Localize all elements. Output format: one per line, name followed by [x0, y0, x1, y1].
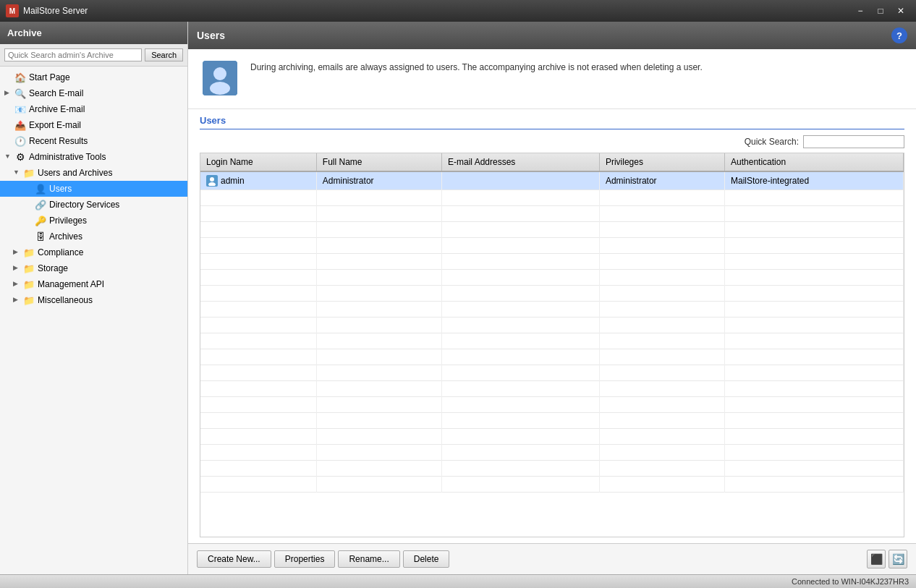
sidebar-header: Archive [0, 22, 187, 44]
svg-point-4 [208, 182, 216, 186]
expand-icon-start-page [4, 73, 13, 82]
miscellaneous-icon: 📁 [23, 294, 35, 306]
table-row[interactable] [200, 222, 904, 238]
sidebar-item-archive-email[interactable]: 📧 Archive E-mail [0, 101, 187, 117]
users-section-title: Users [200, 115, 904, 129]
table-row[interactable] [200, 286, 904, 302]
export-icon: ⬛ [870, 553, 883, 565]
svg-point-1 [213, 67, 226, 80]
table-row[interactable] [200, 333, 904, 349]
table-row[interactable] [200, 302, 904, 318]
table-row[interactable] [200, 413, 904, 429]
table-row[interactable] [200, 349, 904, 365]
app-container: Archive Search 🏠 Start Page ▶ 🔍 Search E… [0, 22, 916, 588]
sidebar-item-search-email[interactable]: ▶ 🔍 Search E-mail [0, 85, 187, 101]
sidebar-item-directory-services[interactable]: 🔗 Directory Services [0, 197, 187, 213]
svg-point-2 [210, 82, 230, 95]
minimize-button[interactable]: − [851, 4, 870, 18]
table-row[interactable] [200, 477, 904, 493]
sidebar-item-archives[interactable]: 🗄 Archives [0, 229, 187, 244]
quick-search-label: Quick Search: [745, 137, 799, 147]
sidebar-item-admin-tools[interactable]: ▼ ⚙ Administrative Tools [0, 149, 187, 165]
sidebar-label-search-email: Search E-mail [29, 88, 83, 98]
quick-search-input[interactable] [803, 135, 904, 148]
sidebar-item-recent-results[interactable]: 🕐 Recent Results [0, 133, 187, 149]
admin-tools-icon: ⚙ [14, 151, 26, 163]
sidebar-search-input[interactable] [4, 48, 142, 61]
rename-button[interactable]: Rename... [338, 550, 399, 568]
table-row[interactable]: admin Administrator Administrator MailSt… [200, 171, 904, 190]
sidebar-label-export-email: Export E-mail [29, 120, 81, 130]
sidebar-item-management-api[interactable]: ▶ 📁 Management API [0, 276, 187, 292]
cell-full-name: Administrator [316, 171, 441, 190]
sidebar-label-archives: Archives [49, 231, 82, 242]
create-new-button[interactable]: Create New... [197, 550, 271, 568]
sidebar-label-users: Users [49, 184, 72, 194]
table-row[interactable] [200, 461, 904, 477]
table-row[interactable] [200, 429, 904, 445]
col-authentication[interactable]: Authentication [725, 153, 904, 171]
archives-icon: 🗄 [35, 231, 46, 242]
svg-point-3 [210, 177, 214, 182]
expand-icon-privileges [25, 216, 33, 225]
cell-email [441, 171, 599, 190]
refresh-icon-button[interactable]: 🔄 [889, 550, 907, 568]
expand-icon-storage: ▶ [13, 264, 22, 273]
properties-button[interactable]: Properties [274, 550, 336, 568]
user-avatar-image [203, 61, 237, 95]
table-row[interactable] [200, 397, 904, 413]
refresh-icon: 🔄 [892, 553, 904, 565]
sidebar-label-compliance: Compliance [38, 247, 83, 257]
table-row[interactable] [200, 254, 904, 270]
table-row[interactable] [200, 190, 904, 206]
col-email-addresses[interactable]: E-mail Addresses [441, 153, 599, 171]
sidebar-item-storage[interactable]: ▶ 📁 Storage [0, 260, 187, 276]
window-controls: − □ ✕ [851, 4, 910, 18]
info-avatar [203, 61, 239, 97]
delete-button[interactable]: Delete [403, 550, 450, 568]
table-row[interactable] [200, 238, 904, 254]
cell-auth: MailStore-integrated [725, 171, 904, 190]
sidebar-item-miscellaneous[interactable]: ▶ 📁 Miscellaneous [0, 292, 187, 308]
directory-services-icon: 🔗 [35, 199, 46, 210]
table-row[interactable] [200, 270, 904, 286]
export-icon-button[interactable]: ⬛ [867, 550, 886, 568]
expand-icon-archive-email [4, 105, 13, 114]
maximize-button[interactable]: □ [871, 4, 890, 18]
sidebar-search-button[interactable]: Search [145, 48, 183, 61]
table-row[interactable] [200, 445, 904, 461]
privileges-icon: 🔑 [35, 215, 46, 226]
archive-email-icon: 📧 [14, 103, 26, 115]
sidebar-item-compliance[interactable]: ▶ 📁 Compliance [0, 244, 187, 260]
search-email-icon: 🔍 [14, 88, 26, 99]
storage-icon: 📁 [23, 263, 35, 274]
sidebar-label-archive-email: Archive E-mail [29, 104, 85, 114]
users-archives-icon: 📁 [23, 167, 35, 179]
table-row[interactable] [200, 381, 904, 397]
expand-icon-users [25, 184, 33, 193]
sidebar-item-export-email[interactable]: 📤 Export E-mail [0, 117, 187, 133]
sidebar-item-privileges[interactable]: 🔑 Privileges [0, 213, 187, 229]
col-full-name[interactable]: Full Name [316, 153, 441, 171]
sidebar-item-users-archives[interactable]: ▼ 📁 Users and Archives [0, 165, 187, 181]
help-button[interactable]: ? [891, 27, 907, 43]
info-section: During archiving, emails are always assi… [188, 49, 916, 109]
table-row[interactable] [200, 365, 904, 381]
users-data-table: Login Name Full Name E-mail Addresses Pr… [200, 153, 904, 493]
table-row[interactable] [200, 206, 904, 222]
sidebar-label-start-page: Start Page [29, 72, 70, 82]
sidebar-item-users[interactable]: 👤 Users [0, 181, 187, 197]
table-row[interactable] [200, 318, 904, 333]
users-icon: 👤 [35, 183, 46, 195]
titlebar: M MailStore Server − □ ✕ [0, 0, 916, 22]
col-privileges[interactable]: Privileges [599, 153, 724, 171]
sidebar-label-storage: Storage [38, 263, 68, 273]
users-section: Users Quick Search: Login Name Full Name [188, 109, 916, 543]
sidebar-label-admin-tools: Administrative Tools [29, 152, 106, 162]
col-login-name[interactable]: Login Name [200, 153, 316, 171]
close-button[interactable]: ✕ [891, 4, 910, 18]
content-header: Users ? [188, 22, 916, 49]
sidebar-item-start-page[interactable]: 🏠 Start Page [0, 69, 187, 85]
cell-login-name: admin [200, 171, 316, 190]
app-title: MailStore Server [23, 6, 851, 16]
